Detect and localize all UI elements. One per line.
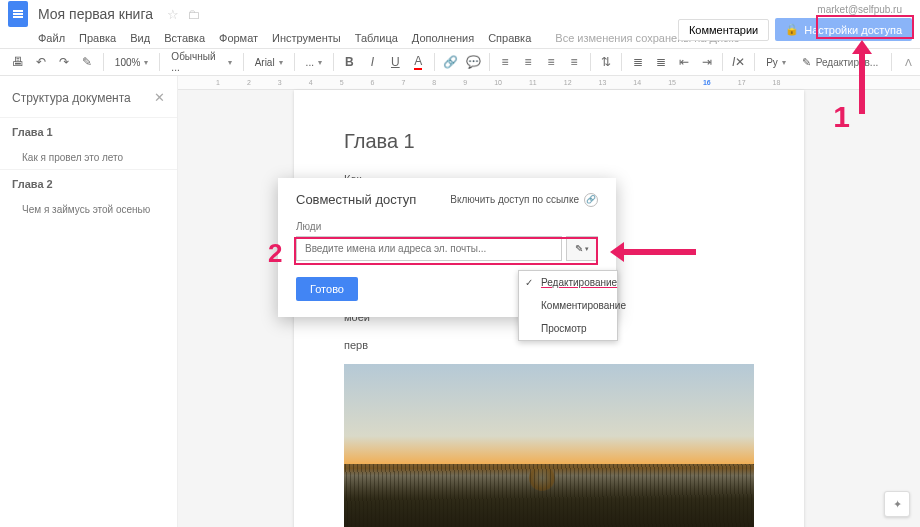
perm-option-comment[interactable]: Комментирование xyxy=(519,294,617,317)
input-tools[interactable]: Ру xyxy=(760,51,792,73)
align-center-icon[interactable]: ≡ xyxy=(518,51,539,73)
menu-tools[interactable]: Инструменты xyxy=(272,32,341,44)
people-input[interactable] xyxy=(296,236,562,261)
link-icon[interactable]: 🔗 xyxy=(440,51,461,73)
share-button[interactable]: 🔒 Настройки доступа xyxy=(775,18,912,41)
annotation-arrow-1 xyxy=(859,40,872,114)
indent-decrease-icon[interactable]: ⇤ xyxy=(673,51,694,73)
close-outline-icon[interactable]: ✕ xyxy=(154,90,165,105)
outline-item-ch2-sub[interactable]: Чем я займусь этой осенью xyxy=(0,198,177,221)
perm-option-view[interactable]: Просмотр xyxy=(519,317,617,340)
top-right-controls: Комментарии 🔒 Настройки доступа xyxy=(678,18,912,41)
doc-heading[interactable]: Глава 1 xyxy=(344,130,754,153)
user-email[interactable]: market@selfpub.ru xyxy=(817,4,902,15)
docs-logo-icon[interactable] xyxy=(8,1,28,27)
italic-icon[interactable]: I xyxy=(362,51,383,73)
outline-title: Структура документа xyxy=(12,91,131,105)
pencil-icon: ✎ xyxy=(802,56,811,69)
outline-item-ch1[interactable]: Глава 1 xyxy=(0,117,177,146)
pencil-icon: ✎ xyxy=(575,243,583,254)
star-icon[interactable]: ☆ xyxy=(167,7,179,22)
folder-icon[interactable]: 🗀 xyxy=(187,7,200,22)
done-button[interactable]: Готово xyxy=(296,277,358,301)
menu-format[interactable]: Формат xyxy=(219,32,258,44)
numbered-list-icon[interactable]: ≣ xyxy=(627,51,648,73)
annotation-number-1: 1 xyxy=(833,100,850,134)
redo-icon[interactable]: ↷ xyxy=(54,51,75,73)
bold-icon[interactable]: B xyxy=(339,51,360,73)
indent-increase-icon[interactable]: ⇥ xyxy=(696,51,717,73)
annotation-number-2: 2 xyxy=(268,238,282,269)
edit-mode-button[interactable]: ✎ Редактиров... xyxy=(794,56,886,69)
comments-button[interactable]: Комментарии xyxy=(678,19,769,41)
outline-sidebar: Структура документа ✕ Глава 1 Как я пров… xyxy=(0,76,178,527)
enable-link-access[interactable]: Включить доступ по ссылке 🔗 xyxy=(450,193,598,207)
menu-file[interactable]: Файл xyxy=(38,32,65,44)
collapse-toolbar-icon[interactable]: ᐱ xyxy=(905,57,912,68)
perm-option-edit[interactable]: Редактирование xyxy=(519,271,617,294)
toolbar: 🖶 ↶ ↷ ✎ 100% Обычный ... Arial ... B I U… xyxy=(0,48,920,76)
menu-addons[interactable]: Дополнения xyxy=(412,32,474,44)
annotation-arrow-2 xyxy=(624,249,696,255)
clear-format-icon[interactable]: I✕ xyxy=(728,51,749,73)
menu-insert[interactable]: Вставка xyxy=(164,32,205,44)
dialog-title: Совместный доступ xyxy=(296,192,416,207)
undo-icon[interactable]: ↶ xyxy=(31,51,52,73)
print-icon[interactable]: 🖶 xyxy=(8,51,29,73)
align-justify-icon[interactable]: ≡ xyxy=(564,51,585,73)
zoom-select[interactable]: 100% xyxy=(109,51,155,73)
ruler[interactable]: 123456789101112131415161718 xyxy=(178,76,920,90)
bulleted-list-icon[interactable]: ≣ xyxy=(650,51,671,73)
people-label: Люди xyxy=(296,221,598,232)
explore-button[interactable]: ✦ xyxy=(884,491,910,517)
permission-dropdown-button[interactable]: ✎ xyxy=(566,236,598,261)
menu-table[interactable]: Таблица xyxy=(355,32,398,44)
line-spacing-icon[interactable]: ⇅ xyxy=(595,51,616,73)
outline-item-ch2[interactable]: Глава 2 xyxy=(0,169,177,198)
share-label: Настройки доступа xyxy=(804,24,902,36)
align-right-icon[interactable]: ≡ xyxy=(541,51,562,73)
lock-icon: 🔒 xyxy=(785,23,799,36)
link-icon: 🔗 xyxy=(584,193,598,207)
font-select[interactable]: Arial xyxy=(249,51,289,73)
text-color-icon[interactable]: A xyxy=(408,51,429,73)
style-select[interactable]: Обычный ... xyxy=(165,51,237,73)
menu-edit[interactable]: Правка xyxy=(79,32,116,44)
font-size-select[interactable]: ... xyxy=(300,51,328,73)
menu-view[interactable]: Вид xyxy=(130,32,150,44)
link-access-label: Включить доступ по ссылке xyxy=(450,194,579,205)
menu-help[interactable]: Справка xyxy=(488,32,531,44)
align-left-icon[interactable]: ≡ xyxy=(495,51,516,73)
paint-format-icon[interactable]: ✎ xyxy=(77,51,98,73)
underline-icon[interactable]: U xyxy=(385,51,406,73)
permission-menu: Редактирование Комментирование Просмотр xyxy=(518,270,618,341)
comment-icon[interactable]: 💬 xyxy=(463,51,484,73)
outline-item-ch1-sub[interactable]: Как я провел это лето xyxy=(0,146,177,169)
document-title[interactable]: Моя первая книга xyxy=(38,6,153,22)
document-image[interactable] xyxy=(344,364,754,527)
